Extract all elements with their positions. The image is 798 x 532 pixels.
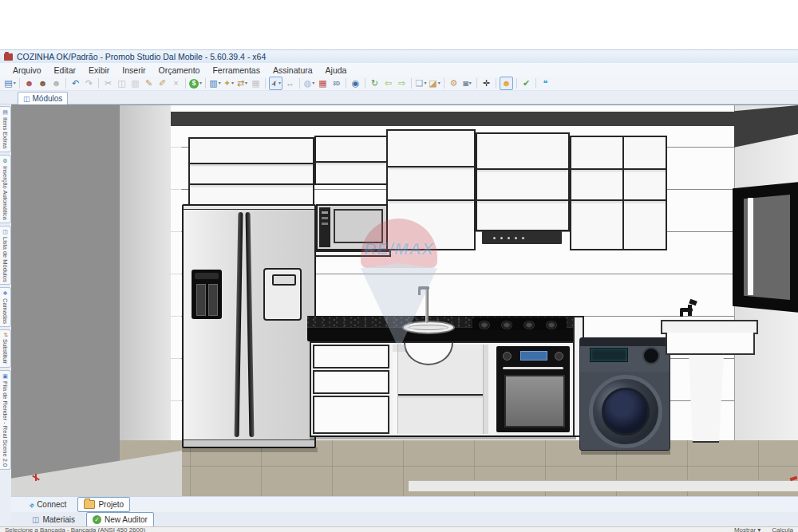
nav-forward-button[interactable]: ⇨ <box>396 77 408 89</box>
range-hood[interactable] <box>482 231 562 244</box>
paste-button[interactable]: ▥ <box>129 77 141 89</box>
pan-move-button[interactable]: ✛ <box>480 77 492 89</box>
tab-materiais[interactable]: ◫Materiais <box>26 512 81 527</box>
oven-door-glass <box>504 375 565 428</box>
cut-button[interactable]: ✂ <box>102 77 114 89</box>
upper-cabinet-4[interactable] <box>476 132 570 231</box>
pick-tool-button[interactable]: ✐ <box>156 77 168 89</box>
orbit-button[interactable]: ↻ <box>369 77 381 89</box>
dimension-button[interactable]: ↔ <box>284 77 296 89</box>
swap-module-button[interactable]: ⇄▾ <box>236 77 248 89</box>
washer-knob <box>642 347 660 365</box>
upper-cabinet-2[interactable] <box>314 136 388 185</box>
toolbar-separator <box>346 78 346 89</box>
menu-exibir[interactable]: Exibir <box>82 65 116 76</box>
visibility-eye-button[interactable]: ◉ <box>350 77 361 89</box>
save-caret[interactable]: ▾ <box>14 77 16 89</box>
tab-modulos[interactable]: ◫ Módulos <box>18 92 68 104</box>
render-bulb-caret[interactable]: ▾ <box>312 77 314 89</box>
scene-box-button[interactable]: ▦ <box>317 77 329 89</box>
sidebar-tab-substituir[interactable]: ⇄Substituir <box>0 329 11 367</box>
cooktop[interactable] <box>472 317 567 330</box>
shelf-line <box>477 199 568 201</box>
user-brown-button[interactable]: ☻ <box>37 77 49 89</box>
front-step <box>409 480 798 491</box>
toolbar-separator <box>516 78 517 89</box>
user-profile-button[interactable]: ☻ <box>500 77 513 90</box>
toolbar-separator <box>411 78 412 89</box>
cut-icon: ✂ <box>105 77 112 89</box>
perspective-button[interactable]: ❏▾ <box>415 77 427 89</box>
sidebar-tab-fila-de-render[interactable]: ▣Fila de Render - Real Scene 2.0 <box>0 370 11 470</box>
cube-view-caret[interactable]: ▾ <box>438 77 440 89</box>
menu-editar[interactable]: Editar <box>48 65 82 76</box>
upper-cabinet-right[interactable] <box>570 136 667 250</box>
status-calc-button[interactable]: Calcula <box>772 526 793 531</box>
settings-wrench-button[interactable]: ⚙ <box>448 77 460 89</box>
perspective-icon: ❏ <box>416 77 424 89</box>
undo-button[interactable]: ↶ <box>69 77 81 89</box>
perspective-caret[interactable]: ▾ <box>424 77 426 89</box>
menu-ajuda[interactable]: Ajuda <box>319 65 354 76</box>
dimension-icon: ↔ <box>286 77 294 89</box>
budget-button[interactable]: $▾ <box>189 77 202 89</box>
status-show-dropdown[interactable]: Mostrar ▾ <box>734 526 760 531</box>
menu-inserir[interactable]: Inserir <box>116 65 152 76</box>
menu-ferramentas[interactable]: Ferramentas <box>206 65 267 76</box>
microwave-controls <box>319 207 330 247</box>
delete-button[interactable]: × <box>170 77 182 89</box>
auditor-check-button[interactable]: ✔ <box>520 77 532 89</box>
viewport-3d[interactable]: RE/MAX <box>11 104 798 496</box>
camera-caret[interactable]: ▾ <box>469 77 472 89</box>
modules-tab-label: Módulos <box>33 94 63 103</box>
fridge-shadow <box>182 447 318 452</box>
report-chart-caret[interactable]: ▾ <box>219 77 221 89</box>
render-bulb-button[interactable]: ◍▾ <box>303 77 315 89</box>
sidebar-tab-itens-extras[interactable]: ▤Itens Extras <box>0 106 11 152</box>
cube-view-icon: ◪ <box>429 77 437 89</box>
chat-button[interactable]: ❝ <box>539 77 551 89</box>
menu-orcamento[interactable]: Orçamento <box>152 65 207 76</box>
drawer-2[interactable] <box>313 370 389 394</box>
swap-module-caret[interactable]: ▾ <box>245 77 247 89</box>
report-chart-button[interactable]: ▥▾ <box>209 77 221 89</box>
redo-button[interactable]: ↷ <box>83 77 95 89</box>
base-shelf-line <box>393 394 488 396</box>
copy-button[interactable]: ◫ <box>116 77 128 89</box>
cube-view-button[interactable]: ◪▾ <box>429 77 440 89</box>
view-3d-button[interactable]: 3D <box>330 77 342 89</box>
insert-module-caret[interactable]: ▾ <box>231 77 234 89</box>
fridge-dispenser <box>192 270 222 319</box>
user-red-button[interactable]: ☻ <box>23 77 35 89</box>
nav-back-button[interactable]: ⇦ <box>382 77 394 89</box>
built-in-oven[interactable] <box>496 346 570 432</box>
view-3d-icon: 3D <box>333 77 340 89</box>
tab-projeto[interactable]: Projeto <box>77 497 130 512</box>
save-button[interactable]: ▤▾ <box>4 77 16 89</box>
block-button[interactable]: ▦ <box>250 77 262 89</box>
menu-arquivo[interactable]: Arquivo <box>6 65 48 76</box>
sidebar-tab-insercao-automatica[interactable]: ⚙Inserção Automática <box>0 155 11 223</box>
menu-assinatura[interactable]: Assinatura <box>267 65 319 76</box>
refrigerator[interactable] <box>182 204 316 448</box>
promob-app-icon <box>4 53 13 61</box>
upper-cabinet-left[interactable] <box>188 137 314 206</box>
insert-module-button[interactable]: ✦▾ <box>223 77 235 89</box>
sidebar-tab-lista-de-modulos[interactable]: ◫Lista de Módulos <box>0 226 11 286</box>
oven-display <box>520 351 547 361</box>
budget-caret[interactable]: ▾ <box>200 77 202 89</box>
modules-icon: ◫ <box>23 95 30 103</box>
bottom-tab-row-1: »ConnectProjeto <box>11 496 798 512</box>
select-pointer-button[interactable]: ➢▾ <box>269 77 282 90</box>
sidebar-tab-camadas[interactable]: ❖Camadas <box>0 287 11 327</box>
tab-connect[interactable]: »Connect <box>22 497 73 512</box>
pan-move-icon: ✛ <box>483 77 490 89</box>
user-disabled-button[interactable]: ☻ <box>50 77 62 89</box>
camera-button[interactable]: ◙▾ <box>461 77 473 89</box>
lista-de-modulos-label: Lista de Módulos <box>2 237 9 282</box>
format-brush-button[interactable]: ✎ <box>143 77 155 89</box>
washing-machine[interactable] <box>579 337 670 451</box>
drawer-3[interactable] <box>313 396 389 434</box>
axis-marker-left <box>32 474 41 482</box>
tab-new-auditor[interactable]: ✓New Auditor <box>86 512 154 527</box>
